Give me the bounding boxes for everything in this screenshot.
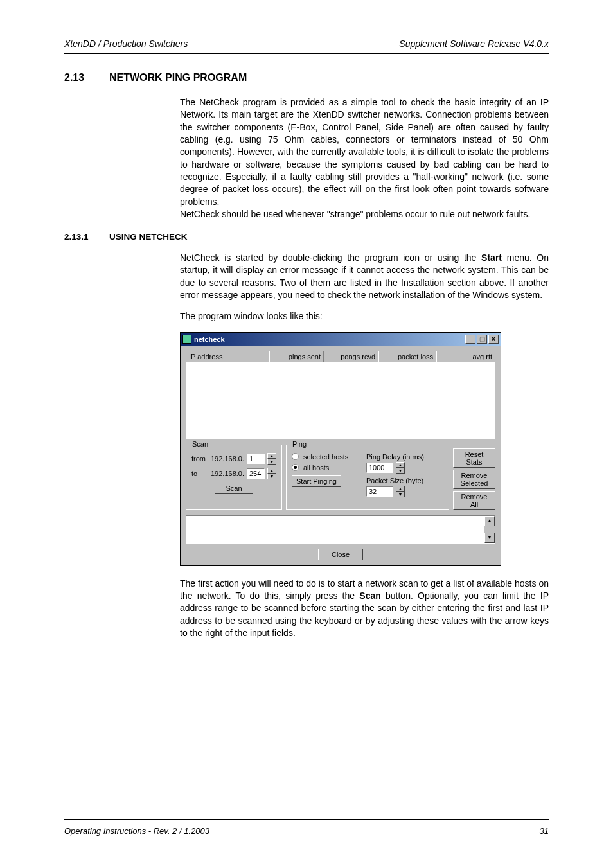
scan-to-prefix: 192.168.0.: [211, 470, 244, 477]
packet-size-spinner[interactable]: ▲▼: [396, 486, 405, 497]
p4-bold-scan: Scan: [359, 590, 380, 601]
up-arrow-icon[interactable]: ▲: [267, 453, 276, 459]
scan-from-prefix: 192.168.0.: [211, 455, 244, 463]
scan-group: Scan from 192.168.0. 1 ▲▼ to 192.168.0. …: [186, 445, 282, 510]
close-window-button[interactable]: ×: [488, 335, 499, 344]
subsection-title: USING NETCHECK: [109, 232, 188, 242]
section-number: 2.13: [64, 72, 109, 84]
up-arrow-icon[interactable]: ▲: [396, 486, 405, 492]
results-header: IP address pings sent pongs rcvd packet …: [186, 351, 495, 362]
scan-button[interactable]: Scan: [215, 483, 253, 494]
ping-delay-label: Ping Delay (in ms): [366, 453, 443, 461]
maximize-button[interactable]: ▢: [477, 335, 487, 344]
up-arrow-icon[interactable]: ▲: [267, 468, 276, 474]
footer-left: Operating Instructions - Rev. 2 / 1.2003: [64, 826, 209, 836]
remove-selected-button[interactable]: Remove Selected: [453, 470, 495, 489]
close-button[interactable]: Close: [318, 549, 363, 560]
p2-bold-start: Start: [481, 252, 502, 263]
footer-rule: [64, 819, 549, 820]
scroll-up-icon[interactable]: ▲: [484, 516, 495, 526]
paragraph-using-netcheck: NetCheck is started by double-clicking t…: [180, 252, 549, 301]
packet-size-input[interactable]: 32: [366, 486, 393, 497]
scan-to-input[interactable]: 254: [247, 468, 265, 479]
down-arrow-icon[interactable]: ▼: [396, 468, 405, 474]
minimize-button[interactable]: _: [465, 335, 475, 344]
netcheck-window: netcheck _ ▢ × IP address pings sent pon…: [180, 332, 501, 566]
paragraph-scan-instructions: The first action you will need to do is …: [180, 578, 549, 640]
col-pings-sent[interactable]: pings sent: [269, 351, 324, 362]
scan-legend: Scan: [190, 440, 210, 448]
header-rule: [64, 53, 549, 54]
down-arrow-icon[interactable]: ▼: [267, 474, 276, 479]
header-left: XtenDD / Production Switchers: [64, 39, 188, 49]
packet-size-label: Packet Size (byte): [366, 477, 443, 484]
scan-to-label: to: [191, 470, 208, 477]
down-arrow-icon[interactable]: ▼: [396, 492, 405, 497]
radio-selected-hosts[interactable]: [292, 453, 299, 460]
message-log[interactable]: ▲ ▼: [186, 515, 495, 544]
scrollbar[interactable]: ▲ ▼: [484, 516, 495, 543]
results-list[interactable]: [186, 362, 495, 439]
paragraph-intro-b: NetCheck should be used whenever "strang…: [180, 208, 549, 220]
section-title: NETWORK PING PROGRAM: [109, 72, 247, 84]
scroll-down-icon[interactable]: ▼: [484, 533, 495, 543]
ping-delay-input[interactable]: 1000: [366, 463, 393, 473]
ping-delay-spinner[interactable]: ▲▼: [396, 462, 405, 474]
paragraph-intro-a: The NetCheck program is provided as a si…: [180, 96, 549, 208]
ping-legend: Ping: [290, 440, 308, 448]
radio-all-hosts-label: all hosts: [303, 464, 329, 472]
col-ip[interactable]: IP address: [186, 351, 269, 362]
window-title: netcheck: [194, 335, 464, 343]
start-pinging-button[interactable]: Start Pinging: [292, 475, 341, 487]
header-right: Supplement Software Release V4.0.x: [399, 39, 549, 49]
down-arrow-icon[interactable]: ▼: [267, 459, 276, 465]
remove-all-button[interactable]: Remove All: [453, 491, 495, 510]
radio-selected-hosts-label: selected hosts: [303, 453, 348, 461]
col-packet-loss[interactable]: packet loss: [378, 351, 436, 362]
scan-from-spinner[interactable]: ▲▼: [267, 453, 276, 465]
subsection-number: 2.13.1: [64, 232, 109, 242]
window-titlebar: netcheck _ ▢ ×: [181, 333, 501, 346]
scan-from-input[interactable]: 1: [247, 454, 265, 464]
scan-from-label: from: [191, 455, 208, 463]
col-avg-rtt[interactable]: avg rtt: [436, 351, 495, 362]
page-number: 31: [540, 826, 549, 836]
up-arrow-icon[interactable]: ▲: [396, 462, 405, 468]
scan-to-spinner[interactable]: ▲▼: [267, 468, 276, 479]
radio-all-hosts[interactable]: [292, 464, 299, 471]
paragraph-window-intro: The program window looks like this:: [180, 310, 549, 323]
reset-stats-button[interactable]: Reset Stats: [453, 448, 495, 468]
p2a: NetCheck is started by double-clicking t…: [180, 252, 481, 263]
ping-group: Ping selected hosts all hosts Start Ping…: [286, 445, 449, 510]
col-pongs-rcvd[interactable]: pongs rcvd: [324, 351, 378, 362]
app-icon: [182, 335, 191, 344]
